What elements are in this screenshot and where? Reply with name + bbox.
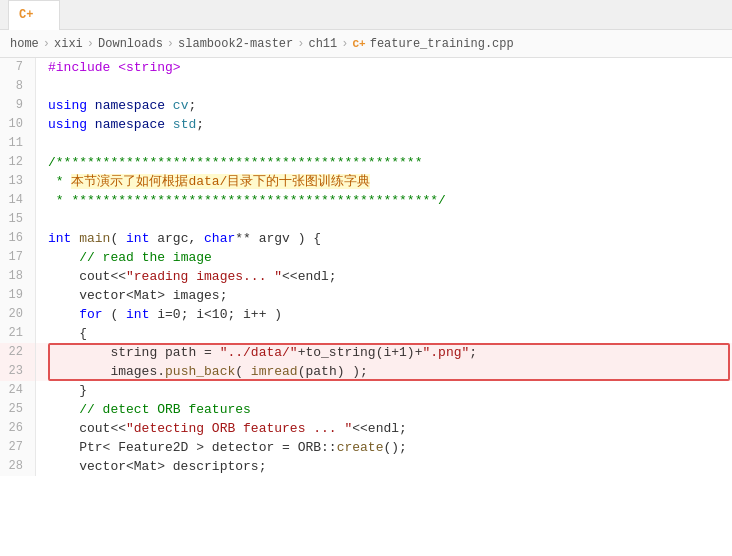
title-bar: C+: [0, 0, 732, 30]
code-line: 10using namespace std;: [0, 115, 732, 134]
code-line: 7#include <string>: [0, 58, 732, 77]
breadcrumb-sep-4: ›: [297, 37, 304, 51]
line-number: 8: [0, 77, 36, 96]
line-number: 9: [0, 96, 36, 115]
line-number: 20: [0, 305, 36, 324]
line-number: 17: [0, 248, 36, 267]
line-number: 19: [0, 286, 36, 305]
breadcrumb-filename: feature_training.cpp: [370, 37, 514, 51]
line-content: images.push_back( imread(path) );: [36, 362, 732, 381]
breadcrumb-sep-5: ›: [341, 37, 348, 51]
code-editor: 7#include <string>89using namespace cv;1…: [0, 58, 732, 556]
code-line: 9using namespace cv;: [0, 96, 732, 115]
code-line: 28 vector<Mat> descriptors;: [0, 457, 732, 476]
breadcrumb: home › xixi › Downloads › slambook2-mast…: [0, 30, 732, 58]
line-number: 16: [0, 229, 36, 248]
line-number: 25: [0, 400, 36, 419]
line-number: 21: [0, 324, 36, 343]
line-content: int main( int argc, char** argv ) {: [36, 229, 732, 248]
breadcrumb-slambook[interactable]: slambook2-master: [178, 37, 293, 51]
code-line: 8: [0, 77, 732, 96]
code-line: 14 * ***********************************…: [0, 191, 732, 210]
line-number: 15: [0, 210, 36, 229]
breadcrumb-xixi[interactable]: xixi: [54, 37, 83, 51]
code-line: 16int main( int argc, char** argv ) {: [0, 229, 732, 248]
line-content: string path = "../data/"+to_string(i+1)+…: [36, 343, 732, 362]
line-content: Ptr< Feature2D > detector = ORB::create(…: [36, 438, 732, 457]
line-number: 7: [0, 58, 36, 77]
breadcrumb-file-icon: C+: [352, 38, 365, 50]
code-line: 11: [0, 134, 732, 153]
line-content: using namespace std;: [36, 115, 732, 134]
breadcrumb-file: C+ feature_training.cpp: [352, 37, 513, 51]
code-line: 18 cout<<"reading images... "<<endl;: [0, 267, 732, 286]
line-number: 12: [0, 153, 36, 172]
line-number: 22: [0, 343, 36, 362]
line-content: cout<<"detecting ORB features ... "<<end…: [36, 419, 732, 438]
code-line: 13 * 本节演示了如何根据data/目录下的十张图训练字典: [0, 172, 732, 191]
code-line: 19 vector<Mat> images;: [0, 286, 732, 305]
line-content: {: [36, 324, 732, 343]
line-content: * 本节演示了如何根据data/目录下的十张图训练字典: [36, 172, 732, 191]
file-type-icon: C+: [19, 8, 33, 22]
line-content: /***************************************…: [36, 153, 732, 172]
line-content: vector<Mat> descriptors;: [36, 457, 732, 476]
line-number: 24: [0, 381, 36, 400]
code-line: 25 // detect ORB features: [0, 400, 732, 419]
editor-tab[interactable]: C+: [8, 0, 60, 30]
line-content: vector<Mat> images;: [36, 286, 732, 305]
line-content: // read the image: [36, 248, 732, 267]
code-line: 17 // read the image: [0, 248, 732, 267]
line-number: 27: [0, 438, 36, 457]
breadcrumb-ch11[interactable]: ch11: [308, 37, 337, 51]
line-number: 26: [0, 419, 36, 438]
breadcrumb-sep-3: ›: [167, 37, 174, 51]
code-line: 26 cout<<"detecting ORB features ... "<<…: [0, 419, 732, 438]
line-number: 10: [0, 115, 36, 134]
breadcrumb-downloads[interactable]: Downloads: [98, 37, 163, 51]
line-number: 23: [0, 362, 36, 381]
breadcrumb-sep-2: ›: [87, 37, 94, 51]
line-content: * **************************************…: [36, 191, 732, 210]
line-number: 13: [0, 172, 36, 191]
breadcrumb-sep-1: ›: [43, 37, 50, 51]
code-line: 23 images.push_back( imread(path) );: [0, 362, 732, 381]
code-line: 12/*************************************…: [0, 153, 732, 172]
line-content: }: [36, 381, 732, 400]
line-number: 18: [0, 267, 36, 286]
code-line: 27 Ptr< Feature2D > detector = ORB::crea…: [0, 438, 732, 457]
line-content: using namespace cv;: [36, 96, 732, 115]
code-line: 15: [0, 210, 732, 229]
code-line: 21 {: [0, 324, 732, 343]
code-line: 22 string path = "../data/"+to_string(i+…: [0, 343, 732, 362]
line-content: for ( int i=0; i<10; i++ ): [36, 305, 732, 324]
line-content: #include <string>: [36, 58, 732, 77]
code-line: 20 for ( int i=0; i<10; i++ ): [0, 305, 732, 324]
breadcrumb-home[interactable]: home: [10, 37, 39, 51]
code-line: 24 }: [0, 381, 732, 400]
line-content: // detect ORB features: [36, 400, 732, 419]
line-content: cout<<"reading images... "<<endl;: [36, 267, 732, 286]
line-number: 28: [0, 457, 36, 476]
line-number: 14: [0, 191, 36, 210]
line-number: 11: [0, 134, 36, 153]
